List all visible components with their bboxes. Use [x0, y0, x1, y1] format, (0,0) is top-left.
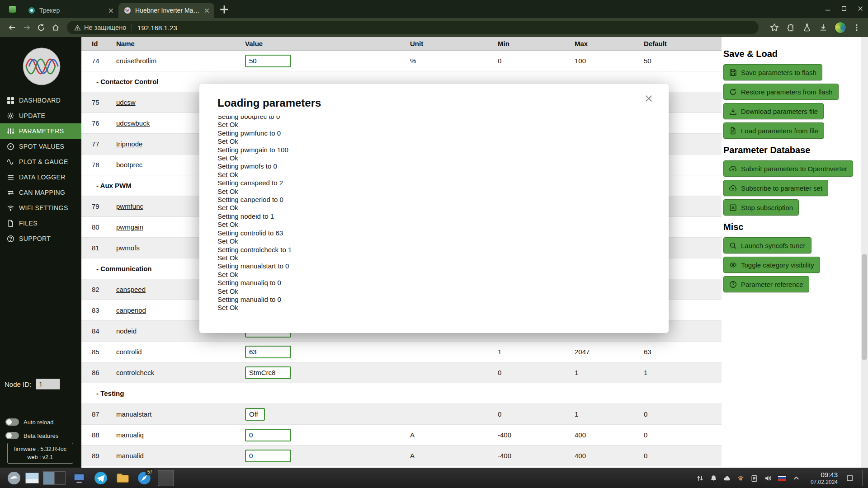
log-line: Set Ok — [217, 221, 651, 229]
maximize-icon[interactable] — [841, 5, 847, 12]
taskbar-chromium-icon[interactable] — [158, 470, 174, 486]
auto-reload-toggle-row: Auto reload — [5, 418, 54, 426]
panel-heading: Save & Load — [723, 49, 860, 59]
tab-title: Huebner Inverter Managem — [135, 7, 200, 14]
scrollbar-thumb[interactable] — [862, 254, 867, 360]
param-value-cell — [245, 55, 410, 67]
sidebar-item-files[interactable]: FILES — [0, 216, 81, 231]
tab-close-icon[interactable] — [203, 7, 211, 14]
reload-icon[interactable] — [34, 21, 48, 34]
experiments-flask-icon[interactable] — [801, 22, 813, 33]
download-parameters-file-button[interactable]: Download parameters file — [723, 103, 824, 119]
forward-icon[interactable] — [20, 21, 33, 34]
browser-tab[interactable]: Huebner Inverter Managem — [118, 3, 214, 18]
show-desktop-icon[interactable] — [846, 474, 854, 482]
sidebar-item-data-logger[interactable]: DATA LOGGER — [0, 169, 81, 185]
param-default: 1 — [644, 369, 722, 376]
sidebar-item-spot-values[interactable]: SPOT VALUES — [0, 139, 81, 154]
window-menu-icon[interactable] — [6, 3, 18, 15]
address-bar[interactable]: Не защищено 192.168.1.23 — [67, 21, 759, 34]
subscribe-to-parameter-set-button[interactable]: Subscribe to parameter set — [723, 180, 828, 196]
beta-features-label: Beta features — [24, 432, 58, 439]
desktop-preview-icon[interactable] — [25, 473, 39, 483]
param-value-input[interactable] — [245, 450, 291, 462]
cloud-sync-icon[interactable] — [723, 474, 731, 482]
clipboard-icon[interactable] — [750, 474, 758, 482]
param-max: 100 — [575, 57, 644, 65]
save-parameters-to-flash-button[interactable]: Save parameters to flash — [723, 64, 822, 80]
param-id: 77 — [92, 140, 116, 148]
firmware-version-box: firmware : 5.32.R-foc web : v2.1 — [7, 443, 73, 464]
security-chip[interactable]: Не защищено — [74, 24, 126, 31]
param-value-input[interactable] — [245, 366, 291, 379]
taskbar-terminal-icon[interactable] — [71, 470, 87, 486]
volume-icon[interactable] — [764, 474, 772, 482]
workspace-pager[interactable] — [43, 471, 66, 485]
restore-parameters-from-flash-button[interactable]: Restore parameters from flash — [723, 84, 839, 100]
start-menu-icon[interactable] — [7, 471, 21, 485]
table-header-row: IdNameValueUnitMinMaxDefault — [81, 37, 722, 51]
param-value-cell — [245, 450, 410, 462]
browser-menu-kebab-icon[interactable] — [851, 22, 863, 33]
page-scrollbar[interactable] — [861, 37, 868, 468]
auto-reload-toggle[interactable] — [5, 418, 19, 426]
clock: 09:43 07.02.2024 — [811, 471, 838, 485]
workspace-2[interactable] — [54, 472, 65, 484]
profile-avatar[interactable] — [835, 22, 846, 33]
submit-parameters-to-openinverter-button[interactable]: Submit parameters to OpenInverter — [723, 160, 853, 177]
sidebar-item-wifi-settings[interactable]: WIFI SETTINGS — [0, 200, 81, 216]
sidebar-item-support[interactable]: SUPPORT — [0, 231, 81, 246]
log-line: Set Ok — [217, 137, 651, 145]
back-icon[interactable] — [5, 21, 19, 34]
taskbar-file-manager-icon[interactable] — [114, 470, 131, 486]
notification-badge: 57 — [146, 469, 154, 475]
sidebar-item-dashboard[interactable]: DASHBOARD — [0, 93, 81, 108]
column-header: Value — [245, 40, 410, 47]
new-tab-button[interactable] — [218, 3, 231, 16]
taskbar-messenger-icon[interactable] — [93, 470, 109, 486]
extensions-puzzle-icon[interactable] — [785, 22, 797, 33]
node-id-input[interactable] — [36, 379, 60, 389]
param-value-input[interactable] — [245, 55, 291, 67]
param-max: 2047 — [575, 348, 644, 356]
modal-close-icon[interactable] — [644, 94, 653, 103]
button-label: Load parameters from file — [741, 127, 818, 135]
table-row: 88manualiqA-4004000 — [81, 425, 722, 446]
tray-expand-chevron-icon[interactable] — [793, 474, 800, 482]
tab-close-icon[interactable] — [107, 7, 115, 14]
close-window-icon[interactable] — [857, 5, 863, 12]
toggle-category-visibility-button[interactable]: Toggle category visibility — [723, 257, 820, 273]
network-updown-icon[interactable] — [696, 474, 704, 482]
sidebar-item-update[interactable]: UPDATE — [0, 108, 81, 123]
stop-subscription-button[interactable]: Stop subscription — [723, 199, 799, 216]
table-row: 85controlid1204763 — [81, 342, 722, 362]
param-value-input[interactable] — [245, 346, 291, 358]
tracker-favicon — [28, 7, 35, 14]
home-icon[interactable] — [49, 21, 62, 34]
keyboard-layout-flag-ru[interactable] — [778, 475, 787, 481]
log-line: Setting manualiq to 0 — [217, 279, 651, 287]
section-label: - Testing — [96, 389, 124, 397]
browser-tab[interactable]: Трекер — [23, 3, 118, 18]
workspace-1[interactable] — [43, 472, 54, 484]
eye-icon — [729, 261, 737, 269]
paw-app-icon[interactable] — [737, 474, 745, 482]
log-line: Set Ok — [217, 121, 651, 129]
notifications-bell-icon[interactable] — [710, 474, 717, 482]
downloads-icon[interactable] — [817, 22, 829, 33]
actions-panel: Save & LoadSave parameters to flashResto… — [723, 37, 860, 296]
bookmark-star-icon[interactable] — [769, 22, 780, 33]
param-value-input[interactable] — [245, 408, 265, 421]
sidebar-item-parameters[interactable]: PARAMETERS — [0, 123, 81, 139]
button-label: Download parameters file — [741, 108, 818, 115]
load-parameters-from-file-button[interactable]: Load parameters from file — [723, 122, 824, 139]
sidebar-item-plot-gauge[interactable]: PLOT & GAUGE — [0, 154, 81, 169]
sidebar-item-can-mapping[interactable]: CAN MAPPING — [0, 185, 81, 200]
param-value-input[interactable] — [245, 429, 291, 441]
launch-syncofs-tuner-button[interactable]: Launch syncofs tuner — [723, 237, 811, 253]
beta-features-toggle[interactable] — [5, 432, 19, 439]
show-desktop-edge[interactable] — [862, 470, 865, 486]
minimize-icon[interactable] — [825, 5, 831, 12]
parameter-reference-button[interactable]: Parameter reference — [723, 276, 809, 292]
taskbar-browser-compass-icon[interactable]: 57 — [136, 470, 152, 486]
